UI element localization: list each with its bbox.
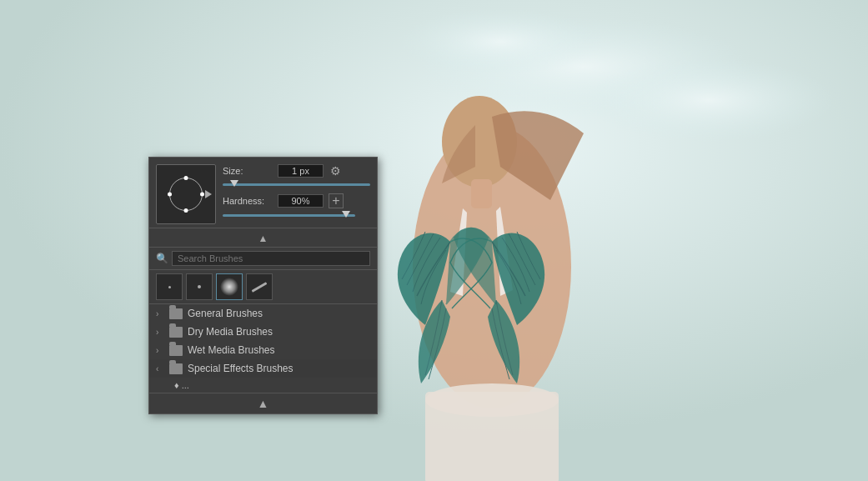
svg-point-3 xyxy=(400,8,600,75)
hardness-add-row: Hardness: + xyxy=(223,193,370,208)
sub-item-label: ♦ ... xyxy=(174,380,189,390)
chevron-dry-icon: › xyxy=(156,328,164,337)
brush-circle xyxy=(169,178,203,211)
brush-list[interactable]: › General Brushes › Dry Media Brushes › … xyxy=(149,303,377,393)
brush-preview-line xyxy=(252,282,268,293)
chevron-wet-icon: › xyxy=(156,346,164,355)
hardness-slider[interactable] xyxy=(223,214,355,217)
dry-brushes-label: Dry Media Brushes xyxy=(188,326,273,338)
size-label: Size: xyxy=(223,166,273,176)
general-brushes-label: General Brushes xyxy=(188,308,263,319)
svg-point-2 xyxy=(584,58,834,142)
search-row: 🔍 xyxy=(149,247,377,269)
background-scene xyxy=(0,0,868,481)
brush-sub-item[interactable]: ♦ ... xyxy=(149,378,377,393)
handle-left xyxy=(168,193,172,197)
hardness-input[interactable] xyxy=(278,194,324,208)
folder-special-icon xyxy=(169,363,183,374)
chevron-general-icon: › xyxy=(156,309,164,318)
brush-thumb-2[interactable] xyxy=(186,273,213,300)
preview-expand-icon[interactable]: ▲ xyxy=(258,233,268,244)
special-brushes-label: Special Effects Brushes xyxy=(188,363,294,374)
handle-right xyxy=(200,193,204,197)
svg-rect-6 xyxy=(471,179,492,208)
folder-general-icon xyxy=(169,308,183,319)
panel-bottom: ▲ xyxy=(149,393,377,413)
handle-bottom xyxy=(184,208,188,213)
brush-preview-soft xyxy=(220,278,238,296)
search-input[interactable] xyxy=(172,251,370,266)
brush-preview-dot xyxy=(198,285,201,288)
size-input[interactable] xyxy=(278,164,324,178)
expand-arrow-icon[interactable] xyxy=(205,190,212,198)
brush-controls: Size: ⚙ Hardness: + xyxy=(223,164,370,220)
hardness-label: Hardness: xyxy=(223,196,273,206)
size-row: Size: ⚙ xyxy=(223,164,370,178)
folder-dry-icon xyxy=(169,327,183,338)
hardness-slider-thumb xyxy=(342,211,350,218)
panel-bottom-arrow-icon[interactable]: ▲ xyxy=(258,397,269,410)
folder-wet-icon xyxy=(169,345,183,356)
brush-thumb-4[interactable] xyxy=(246,273,273,300)
brush-thumb-1[interactable] xyxy=(156,273,183,300)
add-brush-button[interactable]: + xyxy=(329,193,344,208)
svg-rect-8 xyxy=(425,392,559,481)
brush-thumb-3[interactable] xyxy=(216,273,243,300)
gear-icon[interactable]: ⚙ xyxy=(330,164,341,178)
wet-brushes-label: Wet Media Brushes xyxy=(188,344,275,356)
chevron-special-icon: ‹ xyxy=(156,364,164,373)
brush-group-wet[interactable]: › Wet Media Brushes xyxy=(149,341,377,359)
size-slider-thumb xyxy=(230,180,238,187)
brush-top-section: Size: ⚙ Hardness: + xyxy=(149,158,377,228)
brush-thumbnails-row xyxy=(149,269,377,303)
brush-preview[interactable] xyxy=(156,164,216,224)
search-icon: 🔍 xyxy=(156,253,168,264)
brush-group-dry[interactable]: › Dry Media Brushes xyxy=(149,323,377,341)
brush-group-special[interactable]: ‹ Special Effects Brushes xyxy=(149,359,377,378)
brush-preview-dot-sm xyxy=(168,286,171,288)
brush-panel: Size: ⚙ Hardness: + ▲ xyxy=(148,157,378,414)
brush-group-general[interactable]: › General Brushes xyxy=(149,304,377,323)
handle-top xyxy=(184,176,188,180)
size-slider[interactable] xyxy=(223,183,370,186)
